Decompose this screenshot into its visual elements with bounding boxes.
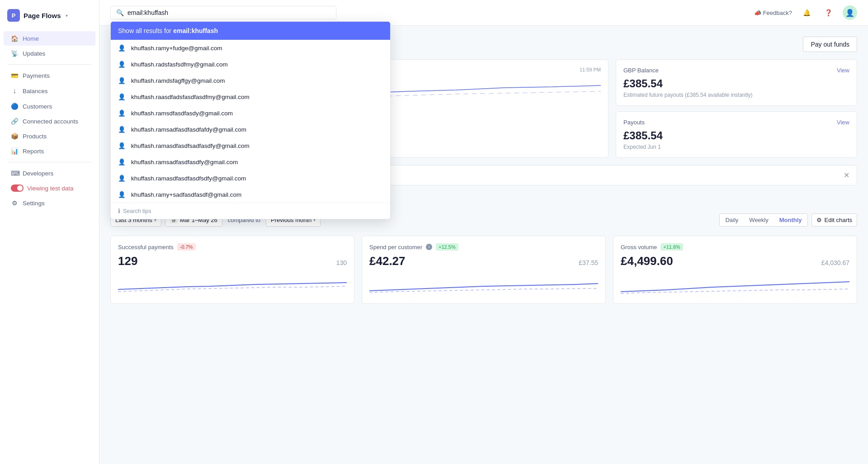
bell-icon: 🔔 [803, 9, 811, 16]
email-result: khuffash.ramasdfasdfasdfsdfy@gmail.com [131, 175, 246, 182]
email-result: khuffash.ramasdfasdfsadfasdfy@gmail.com [131, 142, 250, 149]
balance-info-column: GBP Balance View £385.54 Estimated futur… [616, 59, 857, 158]
sidebar-item-payments[interactable]: 💳 Payments [4, 68, 95, 83]
user-icon: 👤 [118, 77, 126, 84]
view-toggle: Daily Weekly Monthly [719, 213, 807, 227]
app-name: Page Flows [24, 12, 61, 19]
sidebar-item-label: Customers [23, 103, 52, 110]
sidebar-item-connected-accounts[interactable]: 🔗 Connected accounts [4, 114, 95, 128]
close-icon[interactable]: ✕ [844, 171, 849, 180]
sidebar-item-label: Home [23, 35, 39, 42]
chevron-down-icon: ▾ [66, 13, 68, 18]
sidebar-item-label: Products [23, 133, 47, 140]
metric-chart-1 [369, 274, 598, 296]
user-icon: 👤 [118, 158, 126, 166]
metric-main-value-1: £42.27 [369, 254, 406, 268]
search-tips[interactable]: ℹ Search tips [111, 203, 390, 219]
gbp-balance-title: GBP Balance [623, 67, 659, 74]
gear-icon: ⚙ [816, 217, 822, 223]
gbp-balance-card: GBP Balance View £385.54 Estimated futur… [616, 59, 857, 106]
sidebar-item-customers[interactable]: 🔵 Customers [4, 99, 95, 114]
dropdown-result-0[interactable]: 👤 khuffash.ramy+fudge@gmail.com [111, 40, 390, 56]
dropdown-result-9[interactable]: 👤 khuffash.ramy+sadfasdfasdf@gmail.com [111, 186, 390, 203]
sidebar-item-balances[interactable]: ↓ Balances [4, 83, 95, 99]
metric-secondary-value-1: £37.55 [579, 259, 598, 266]
info-icon[interactable]: i [426, 244, 432, 250]
sidebar-item-settings[interactable]: ⚙ Settings [4, 196, 95, 210]
dropdown-result-4[interactable]: 👤 khuffash.ramsdfasdfasdy@gmail.com [111, 105, 390, 121]
sidebar-item-reports[interactable]: 📊 Reports [4, 144, 95, 158]
sidebar-item-label: Balances [23, 88, 48, 95]
sidebar-item-products[interactable]: 📦 Products [4, 129, 95, 143]
weekly-view-btn[interactable]: Weekly [744, 214, 774, 226]
user-avatar[interactable]: 👤 [843, 5, 857, 20]
search-input-wrap[interactable]: 🔍 [110, 6, 336, 19]
dropdown-result-7[interactable]: 👤 khuffash.ramsadfasdfasdfy@gmail.com [111, 154, 390, 170]
email-result: khuffash.radsfasfsdfmy@gmail.com [131, 61, 228, 68]
sidebar-item-developers[interactable]: ⌨ Developers [4, 166, 95, 180]
show-all-results[interactable]: Show all results for email:khuffash [111, 22, 390, 40]
metric-badge-1: +12.5% [436, 243, 458, 251]
sidebar-item-label: Reports [23, 148, 44, 155]
user-icon: 👤 [118, 142, 126, 149]
email-result: khuffash.ramsadfasdfasdfafdy@gmail.com [131, 126, 246, 133]
question-icon: ❓ [825, 9, 832, 16]
email-result: khuffash.raasdfadsfasdfasdfmy@gmail.com [131, 94, 250, 100]
sidebar-item-label: Connected accounts [23, 118, 78, 125]
metric-title-1: Spend per customer [369, 244, 422, 251]
developers-icon: ⌨ [11, 170, 18, 177]
daily-view-btn[interactable]: Daily [720, 214, 744, 226]
mini-chart-svg-1 [369, 274, 598, 296]
updates-icon: 📡 [11, 50, 18, 57]
sidebar: P Page Flows ▾ 🏠 Home 📡 Updates 💳 Paymen… [0, 0, 99, 464]
customers-icon: 🔵 [11, 103, 18, 110]
payouts-card-header: Payouts View [623, 119, 849, 126]
help-icon-button[interactable]: ❓ [821, 5, 835, 20]
metric-main-value-0: 129 [118, 254, 137, 268]
dropdown-result-1[interactable]: 👤 khuffash.radsfasfsdfmy@gmail.com [111, 56, 390, 72]
email-result: khuffash.ramdsfagffgy@gmail.com [131, 77, 225, 84]
settings-icon: ⚙ [11, 199, 18, 207]
balances-icon: ↓ [11, 87, 18, 95]
payouts-view-link[interactable]: View [837, 119, 849, 126]
search-input[interactable] [127, 9, 263, 16]
sidebar-item-home[interactable]: 🏠 Home [4, 31, 95, 46]
metric-header-1: Spend per customer i +12.5% [369, 243, 598, 251]
dropdown-result-3[interactable]: 👤 khuffash.raasdfadsfasdfasdfmy@gmail.co… [111, 89, 390, 105]
user-icon: 👤 [118, 109, 126, 117]
sidebar-item-label: Updates [23, 50, 45, 57]
products-icon: 📦 [11, 133, 18, 140]
payouts-card: Payouts View £385.54 Expected Jun 1 [616, 111, 857, 158]
metric-badge-2: +11.6% [660, 243, 683, 251]
viewing-test-data[interactable]: Viewing test data [4, 181, 95, 195]
test-data-toggle[interactable] [11, 185, 24, 192]
monthly-view-btn[interactable]: Monthly [774, 214, 807, 226]
feedback-button[interactable]: 📣 Feedback? [754, 9, 792, 16]
bell-icon-button[interactable]: 🔔 [799, 5, 814, 20]
search-container: 🔍 Show all results for email:khuffash 👤 … [110, 6, 336, 19]
pay-out-funds-button[interactable]: Pay out funds [803, 37, 857, 52]
dropdown-result-8[interactable]: 👤 khuffash.ramasdfasdfasdfsdfy@gmail.com [111, 170, 390, 186]
megaphone-icon: 📣 [754, 9, 761, 16]
metric-title-2: Gross volume [621, 244, 657, 251]
dropdown-result-5[interactable]: 👤 khuffash.ramsadfasdfasdfafdy@gmail.com [111, 121, 390, 137]
balance-card-header: GBP Balance View [623, 67, 849, 74]
gbp-balance-view-link[interactable]: View [837, 67, 849, 74]
metric-chart-0 [118, 274, 347, 296]
sidebar-item-label: Developers [23, 170, 53, 177]
app-logo[interactable]: P Page Flows ▾ [0, 5, 99, 29]
feedback-label: Feedback? [763, 9, 792, 16]
user-icon: 👤 [118, 191, 126, 198]
edit-charts-button[interactable]: ⚙ Edit charts [811, 213, 857, 227]
gbp-balance-amount: £385.54 [623, 77, 849, 90]
reports-icon: 📊 [11, 147, 18, 155]
dropdown-result-6[interactable]: 👤 khuffash.ramasdfasdfsadfasdfy@gmail.co… [111, 137, 390, 154]
metric-values-1: £42.27 £37.55 [369, 254, 598, 268]
metric-chart-2 [621, 274, 849, 296]
user-icon: 👤 [118, 126, 126, 133]
sidebar-item-updates[interactable]: 📡 Updates [4, 46, 95, 61]
dropdown-result-2[interactable]: 👤 khuffash.ramdsfagffgy@gmail.com [111, 72, 390, 89]
mini-chart-svg-0 [118, 274, 347, 296]
avatar-icon: 👤 [845, 9, 854, 17]
payouts-title: Payouts [623, 119, 645, 126]
